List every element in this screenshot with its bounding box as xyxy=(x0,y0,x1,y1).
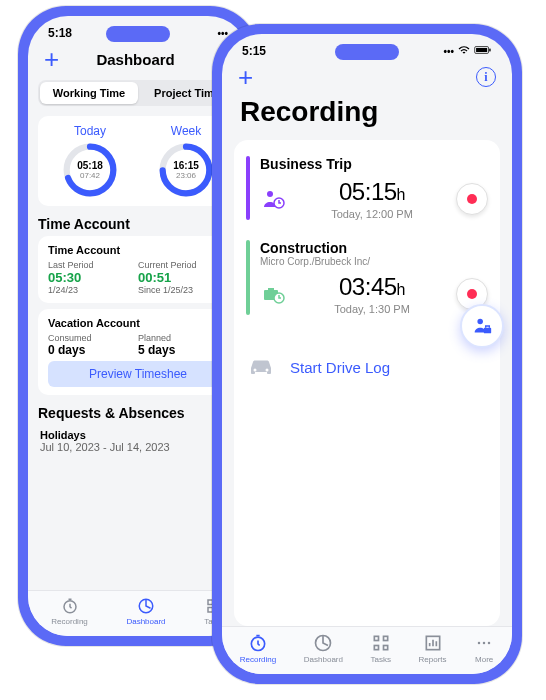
add-button[interactable]: + xyxy=(238,64,253,90)
svg-rect-26 xyxy=(383,646,387,650)
recording-content: Business Trip 05:15h Today, 12:00 PM xyxy=(234,140,500,626)
ring-week-value: 16:15 xyxy=(173,160,199,171)
entry-time: 03:45h xyxy=(339,273,405,300)
tab-more[interactable]: More xyxy=(474,633,494,664)
drive-log-label: Start Drive Log xyxy=(290,359,390,376)
notch xyxy=(335,44,399,60)
battery-icon xyxy=(474,45,492,57)
info-button[interactable]: i xyxy=(476,67,496,87)
request-item[interactable]: Holidays Jul 10, 2023 - Jul 14, 2023 xyxy=(38,425,238,457)
ring-week[interactable]: Week 16:15 23:06 xyxy=(158,124,214,198)
tab-label: More xyxy=(475,655,493,664)
entry-date: Today, 1:30 PM xyxy=(296,303,448,315)
svg-point-29 xyxy=(483,642,486,645)
ring-today-value: 05:18 xyxy=(77,160,103,171)
consumed-label: Consumed xyxy=(48,333,138,343)
time-account-subheading: Time Account xyxy=(48,244,228,256)
svg-rect-24 xyxy=(383,636,387,640)
svg-rect-11 xyxy=(476,48,487,52)
add-button[interactable]: + xyxy=(44,46,59,72)
tab-recording-label: Recording xyxy=(51,617,87,626)
last-period-label: Last Period xyxy=(48,260,138,270)
last-period-value: 05:30 xyxy=(48,270,138,285)
entry-title: Business Trip xyxy=(260,156,488,172)
phone-recording: 5:15 ••• + i Recording Business Tr xyxy=(212,24,522,684)
page-title: Recording xyxy=(222,96,512,136)
svg-rect-23 xyxy=(374,636,378,640)
status-time: 5:18 xyxy=(48,26,72,40)
start-drive-log-button[interactable]: Start Drive Log xyxy=(246,355,488,380)
tab-label: Dashboard xyxy=(304,655,343,664)
consumed-value: 0 days xyxy=(48,343,138,357)
svg-rect-25 xyxy=(374,646,378,650)
recording-entry-business-trip[interactable]: Business Trip 05:15h Today, 12:00 PM xyxy=(246,156,488,220)
tab-dashboard-label: Dashboard xyxy=(126,617,165,626)
notch xyxy=(106,26,170,42)
status-time: 5:15 xyxy=(242,44,266,58)
last-period-date: 1/24/23 xyxy=(48,285,138,295)
time-rings-card: Today 05:18 07:42 Week 16:15 xyxy=(38,116,238,206)
tab-reports[interactable]: Reports xyxy=(419,633,447,664)
request-title: Holidays xyxy=(40,429,236,441)
entry-time: 05:15h xyxy=(339,178,405,205)
tab-label: Recording xyxy=(240,655,276,664)
status-icons: ••• xyxy=(443,45,492,57)
requests-heading: Requests & Absences xyxy=(38,405,238,421)
person-clock-icon xyxy=(260,187,288,211)
header: + i xyxy=(222,62,512,96)
entry-title: Construction xyxy=(260,240,488,256)
time-account-card: Time Account Last Period 05:30 1/24/23 C… xyxy=(38,236,238,303)
tabbar: Recording Dashboard Tasks Reports More xyxy=(222,626,512,674)
person-fab-button[interactable] xyxy=(460,304,504,348)
tab-recording[interactable]: Recording xyxy=(240,633,276,664)
screen: 5:15 ••• + i Recording Business Tr xyxy=(222,34,512,674)
entry-subtitle: Micro Corp./Brubeck Inc/ xyxy=(260,256,488,267)
svg-point-13 xyxy=(267,191,273,197)
vacation-heading: Vacation Account xyxy=(48,317,228,329)
cellular-icon: ••• xyxy=(443,46,454,57)
segmented-control[interactable]: Working Time Project Time xyxy=(38,80,238,106)
svg-rect-12 xyxy=(489,49,490,52)
svg-point-17 xyxy=(477,319,483,325)
color-bar xyxy=(246,240,250,315)
page-title: Dashboard xyxy=(59,51,212,68)
svg-rect-18 xyxy=(484,328,491,334)
wifi-icon xyxy=(458,45,470,57)
vacation-card: Vacation Account Consumed 0 days Planned… xyxy=(38,309,238,395)
briefcase-clock-icon xyxy=(260,282,288,306)
tab-dashboard[interactable]: Dashboard xyxy=(304,633,343,664)
svg-point-30 xyxy=(488,642,491,645)
ring-week-label: Week xyxy=(158,124,214,138)
tab-label: Reports xyxy=(419,655,447,664)
record-button[interactable] xyxy=(456,183,488,215)
entry-date: Today, 12:00 PM xyxy=(296,208,448,220)
seg-working-time[interactable]: Working Time xyxy=(40,82,138,104)
svg-point-28 xyxy=(478,642,481,645)
request-dates: Jul 10, 2023 - Jul 14, 2023 xyxy=(40,441,236,453)
ring-week-sub: 23:06 xyxy=(176,171,196,180)
car-icon xyxy=(246,355,276,380)
ring-today[interactable]: Today 05:18 07:42 xyxy=(62,124,118,198)
svg-point-20 xyxy=(266,369,269,372)
preview-timesheet-button[interactable]: Preview Timeshee xyxy=(48,361,228,387)
svg-point-19 xyxy=(254,369,257,372)
tab-dashboard[interactable]: Dashboard xyxy=(126,597,165,626)
tab-label: Tasks xyxy=(371,655,391,664)
time-account-heading: Time Account xyxy=(38,216,238,232)
recording-entry-construction[interactable]: Construction Micro Corp./Brubeck Inc/ 03… xyxy=(246,240,488,315)
ring-today-label: Today xyxy=(62,124,118,138)
ring-today-sub: 07:42 xyxy=(80,171,100,180)
tab-tasks[interactable]: Tasks xyxy=(371,633,391,664)
tab-recording[interactable]: Recording xyxy=(51,597,87,626)
color-bar xyxy=(246,156,250,220)
